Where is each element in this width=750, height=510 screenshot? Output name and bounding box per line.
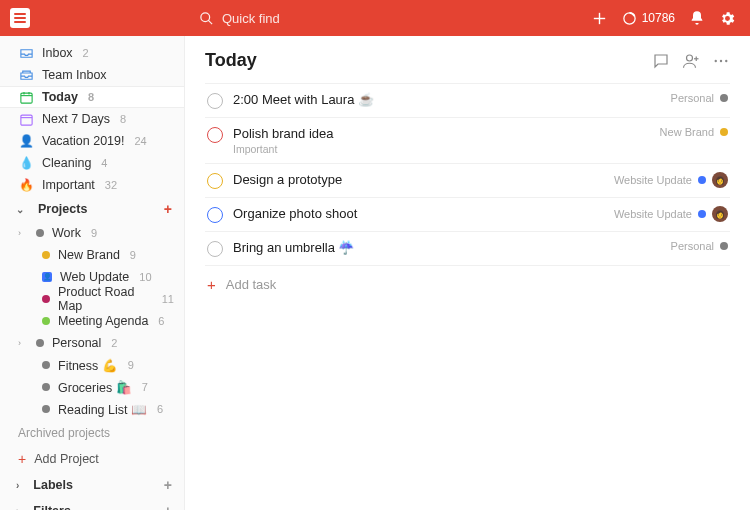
project-color-dot [42, 405, 50, 413]
project-label: New Brand [58, 248, 120, 262]
person-icon: 👤 [42, 272, 52, 282]
sidebar-item-label: Today [42, 90, 78, 104]
filters-section-header[interactable]: ›Filters + [0, 498, 184, 510]
project-color-dot [42, 251, 50, 259]
plus-icon: + [207, 276, 216, 293]
project-personal[interactable]: ›Personal2 [0, 332, 184, 354]
svg-point-14 [687, 55, 693, 61]
projects-section-header[interactable]: ⌄Projects + [0, 196, 184, 222]
topbar: 10786 [0, 0, 750, 36]
count-badge: 8 [88, 91, 94, 103]
project-color-dot [42, 317, 50, 325]
task-checkbox[interactable] [207, 207, 223, 223]
count-badge: 4 [101, 157, 107, 169]
comments-button[interactable] [652, 52, 670, 70]
labels-section-header[interactable]: ›Labels + [0, 472, 184, 498]
project-groceries[interactable]: Groceries 🛍️7 [0, 376, 184, 398]
add-project-icon[interactable]: + [164, 201, 172, 217]
share-button[interactable] [682, 52, 700, 70]
chat-icon [652, 52, 670, 70]
svg-line-1 [208, 20, 212, 24]
task-checkbox[interactable] [207, 93, 223, 109]
sidebar-item-label: Inbox [42, 46, 73, 60]
task-row[interactable]: Design a prototypeWebsite Update👩 [205, 164, 730, 198]
settings-button[interactable] [719, 10, 736, 27]
task-project-label: Website Update [614, 208, 692, 220]
sidebar-item-inbox[interactable]: Inbox2 [0, 42, 184, 64]
task-project-label: Personal [671, 92, 714, 104]
task-row[interactable]: Bring an umbrella ☔Personal [205, 232, 730, 266]
project-roadmap[interactable]: Product Road Map11 [0, 288, 184, 310]
sidebar-item-cleaning[interactable]: 💧Cleaning4 [0, 152, 184, 174]
project-reading[interactable]: Reading List 📖6 [0, 398, 184, 420]
sidebar-item-important[interactable]: 🔥Important32 [0, 174, 184, 196]
count-badge: 2 [83, 47, 89, 59]
chevron-right-icon: › [18, 338, 28, 348]
project-color-dot [720, 128, 728, 136]
project-newbrand[interactable]: New Brand9 [0, 244, 184, 266]
quick-find[interactable] [185, 10, 591, 27]
project-work[interactable]: ›Work9 [0, 222, 184, 244]
inbox-icon [18, 45, 34, 61]
task-row[interactable]: Organize photo shootWebsite Update👩 [205, 198, 730, 232]
task-row[interactable]: 2:00 Meet with Laura ☕Personal [205, 83, 730, 118]
add-label-icon[interactable]: + [164, 477, 172, 493]
assignee-avatar: 👩 [712, 172, 728, 188]
add-task-button[interactable]: + Add task [205, 266, 730, 303]
task-checkbox[interactable] [207, 127, 223, 143]
today-icon [18, 89, 34, 105]
project-label: Personal [52, 336, 101, 350]
task-meta: Personal [671, 240, 728, 252]
filters-label: Filters [33, 504, 71, 510]
count-badge: 8 [120, 113, 126, 125]
svg-rect-9 [20, 115, 31, 125]
add-filter-icon[interactable]: + [164, 503, 172, 510]
search-input[interactable] [220, 10, 370, 27]
project-color-dot [42, 361, 50, 369]
sidebar-item-vacation[interactable]: 👤Vacation 2019!24 [0, 130, 184, 152]
task-checkbox[interactable] [207, 241, 223, 257]
task-title: 2:00 Meet with Laura ☕ [233, 92, 661, 107]
page-title: Today [205, 50, 257, 71]
chevron-right-icon: › [16, 506, 19, 511]
sidebar-item-team-inbox[interactable]: Team Inbox [0, 64, 184, 86]
count-badge: 6 [157, 403, 163, 415]
count-badge: 9 [91, 227, 97, 239]
project-meeting[interactable]: Meeting Agenda6 [0, 310, 184, 332]
add-project-button[interactable]: + Add Project [0, 446, 184, 472]
count-badge: 11 [162, 293, 174, 305]
svg-point-19 [725, 59, 727, 61]
task-checkbox[interactable] [207, 173, 223, 189]
karma-score[interactable]: 10786 [622, 11, 675, 26]
count-badge: 9 [128, 359, 134, 371]
task-title: Polish brand idea [233, 126, 650, 141]
sidebar-item-today[interactable]: Today8 [0, 86, 184, 108]
notifications-button[interactable] [689, 10, 705, 26]
task-subtitle: Important [233, 143, 650, 155]
project-label: Web Update [60, 270, 129, 284]
task-title: Design a prototype [233, 172, 604, 187]
app-logo[interactable] [10, 8, 30, 28]
karma-value: 10786 [642, 11, 675, 25]
sidebar-item-next7[interactable]: Next 7 Days8 [0, 108, 184, 130]
count-badge: 6 [158, 315, 164, 327]
favorite-icon: 🔥 [18, 177, 34, 193]
task-row[interactable]: Polish brand ideaImportantNew Brand [205, 118, 730, 164]
count-badge: 32 [105, 179, 117, 191]
count-badge: 10 [139, 271, 151, 283]
main-content: Today 2:00 Meet with Laura ☕PersonalPoli… [185, 36, 750, 510]
quick-add-button[interactable] [591, 10, 608, 27]
chevron-down-icon: ⌄ [16, 204, 24, 215]
project-label: Work [52, 226, 81, 240]
count-badge: 7 [142, 381, 148, 393]
task-project-label: New Brand [660, 126, 714, 138]
search-icon [199, 11, 214, 26]
more-button[interactable] [712, 52, 730, 70]
archived-projects-link[interactable]: Archived projects [0, 420, 184, 446]
person-plus-icon [682, 52, 700, 70]
assignee-avatar: 👩 [712, 206, 728, 222]
project-color-dot [42, 383, 50, 391]
project-label: Fitness 💪 [58, 358, 118, 373]
project-fitness[interactable]: Fitness 💪9 [0, 354, 184, 376]
labels-label: Labels [33, 478, 73, 492]
